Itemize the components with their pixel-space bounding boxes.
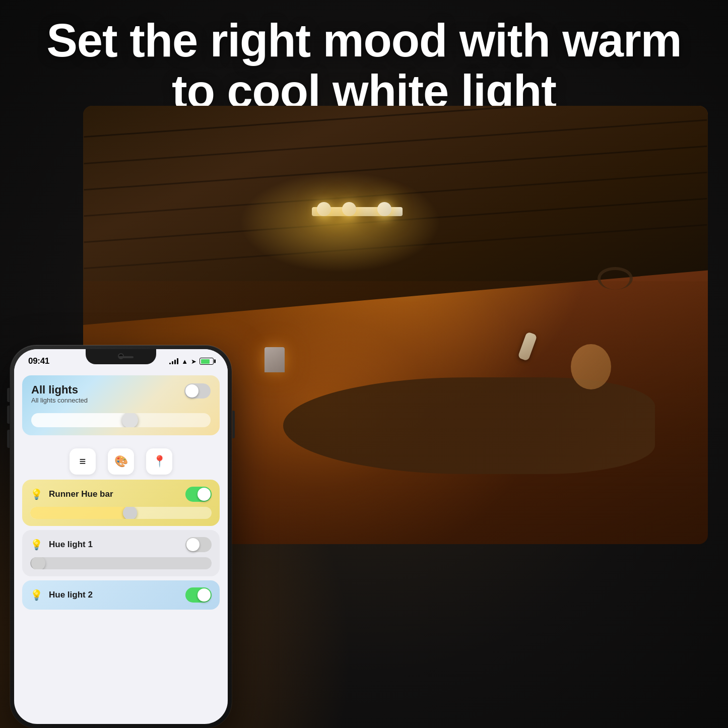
tab-scenes[interactable]: 🎨 — [108, 448, 134, 475]
all-lights-brightness-slider[interactable] — [31, 413, 211, 427]
hue2-toggle-thumb — [197, 588, 211, 602]
page-title: Set the right mood with warm to cool whi… — [40, 15, 688, 117]
hue1-slider[interactable] — [30, 557, 212, 569]
light-item-hue2-left: 💡 Hue light 2 — [30, 589, 93, 601]
wifi-icon: ▲ — [181, 358, 188, 365]
card-header: All lights All lights connected — [31, 383, 211, 411]
phone-mockup: 09:41 ▲ ➤ — [10, 345, 232, 728]
battery-fill — [201, 359, 210, 364]
runner-slider[interactable] — [30, 507, 212, 519]
location-icon: ➤ — [191, 358, 196, 365]
palette-icon: 🎨 — [114, 455, 128, 468]
runner-slider-thumb — [123, 507, 137, 519]
mute-switch[interactable] — [7, 388, 10, 402]
phone-screen: 09:41 ▲ ➤ — [14, 349, 228, 724]
hue1-slider-thumb — [31, 557, 45, 569]
icon-tabs: ≡ 🎨 📍 — [14, 440, 228, 480]
light-item-runner[interactable]: 💡 Runner Hue bar — [22, 480, 220, 526]
light-item-hue1-left: 💡 Hue light 1 — [30, 539, 93, 551]
hue2-toggle[interactable] — [185, 587, 212, 603]
light-item-hue2-header: 💡 Hue light 2 — [30, 587, 212, 603]
bulb-icon-hue2: 💡 — [30, 589, 43, 601]
all-lights-title: All lights — [31, 383, 88, 396]
runner-toggle[interactable] — [185, 487, 212, 502]
light-item-hue1-header: 💡 Hue light 1 — [30, 537, 212, 552]
hue1-toggle-thumb — [186, 538, 200, 551]
hue2-name: Hue light 2 — [49, 590, 93, 600]
hue1-toggle[interactable] — [185, 537, 212, 552]
runner-name: Runner Hue bar — [49, 489, 113, 499]
bulb-icon-runner: 💡 — [30, 488, 43, 500]
brightness-thumb — [122, 413, 138, 427]
bulb-icon-hue1: 💡 — [30, 539, 43, 551]
app-content: All lights All lights connected — [14, 370, 228, 610]
light-item-runner-left: 💡 Runner Hue bar — [30, 488, 113, 500]
phone-notch — [86, 349, 156, 364]
signal-icon — [169, 358, 178, 364]
all-lights-card[interactable]: All lights All lights connected — [22, 375, 220, 435]
all-lights-subtitle: All lights connected — [31, 396, 88, 404]
runner-toggle-thumb — [197, 488, 211, 501]
status-time: 09:41 — [28, 356, 49, 366]
status-icons: ▲ ➤ — [169, 358, 214, 365]
tab-list[interactable]: ≡ — [70, 448, 96, 475]
light-item-hue2[interactable]: 💡 Hue light 2 — [22, 580, 220, 610]
all-lights-toggle[interactable] — [184, 383, 211, 399]
light-list: 💡 Runner Hue bar — [14, 480, 228, 610]
volume-down-button[interactable] — [7, 430, 10, 448]
ceiling-fixture — [302, 202, 413, 232]
hue1-name: Hue light 1 — [49, 540, 93, 550]
volume-up-button[interactable] — [7, 406, 10, 424]
header: Set the right mood with warm to cool whi… — [0, 15, 728, 117]
runner-slider-fill — [30, 507, 130, 519]
card-title-area: All lights All lights connected — [31, 383, 88, 411]
list-icon: ≡ — [80, 455, 86, 468]
toggle-thumb — [185, 384, 198, 398]
light-item-hue1[interactable]: 💡 Hue light 1 — [22, 530, 220, 576]
phone-body: 09:41 ▲ ➤ — [10, 345, 232, 728]
tab-map[interactable]: 📍 — [146, 448, 172, 475]
brightness-fill — [31, 413, 130, 427]
pin-icon: 📍 — [153, 455, 166, 468]
light-item-runner-header: 💡 Runner Hue bar — [30, 487, 212, 502]
battery-icon — [200, 358, 214, 365]
power-button[interactable] — [232, 411, 235, 438]
